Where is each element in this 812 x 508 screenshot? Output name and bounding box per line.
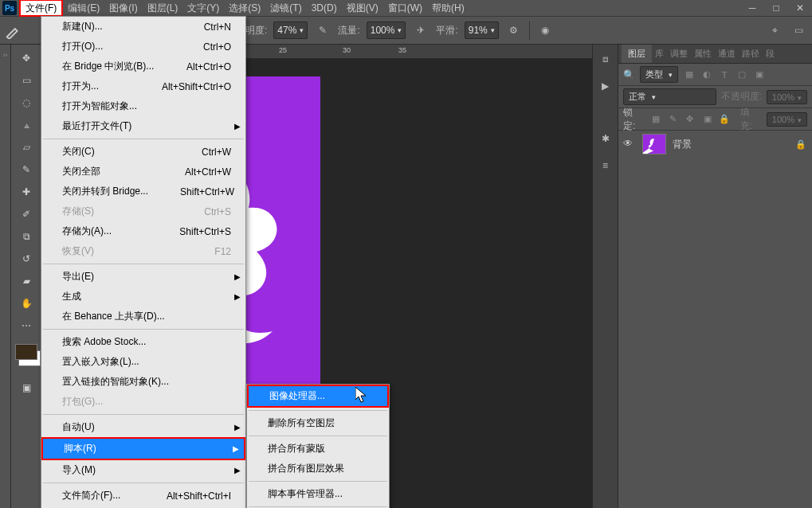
window-minimize[interactable]: ─: [740, 0, 764, 16]
menu-script-flatten-fx[interactable]: 拼合所有图层效果: [247, 459, 389, 479]
tab-adjustments[interactable]: 调整: [667, 45, 691, 63]
fill-field[interactable]: 100%▾: [767, 112, 807, 127]
foreground-color[interactable]: [15, 344, 37, 360]
layer-opacity-label: 不透明度:: [721, 90, 762, 104]
lock-all-icon[interactable]: 🔒: [718, 113, 731, 126]
filter-pixel-icon[interactable]: ▦: [683, 68, 696, 81]
tool-preset-icon[interactable]: [5, 21, 22, 39]
pressure-size-icon[interactable]: ◉: [536, 21, 554, 39]
symmetry-icon[interactable]: ⌖: [766, 21, 783, 39]
tab-actions[interactable]: 段: [763, 45, 778, 63]
swatch-icon[interactable]: ✱: [598, 131, 614, 147]
tab-paths[interactable]: 路径: [739, 45, 763, 63]
stamp-tool[interactable]: ⧉: [14, 226, 38, 247]
menu-file-open-smartobj[interactable]: 打开为智能对象...: [41, 96, 245, 116]
menu-file-browse[interactable]: 在 Bridge 中浏览(B)...Alt+Ctrl+O: [41, 57, 245, 76]
tab-properties[interactable]: 属性: [691, 45, 715, 63]
menu-script-event-manager[interactable]: 脚本事件管理器...: [247, 484, 389, 504]
menu-file-fileinfo[interactable]: 文件简介(F)...Alt+Shift+Ctrl+I: [41, 486, 245, 506]
app-logo: Ps: [2, 1, 17, 15]
frame-tool[interactable]: ▱: [14, 137, 38, 158]
quickmask-toggle[interactable]: ▣: [14, 377, 38, 398]
tab-channels[interactable]: 通道: [715, 45, 739, 63]
menu-file[interactable]: 文件(F): [21, 1, 61, 15]
lock-pixels-icon[interactable]: ▦: [649, 113, 662, 126]
hand-tool[interactable]: ✋: [14, 293, 38, 314]
window-maximize[interactable]: □: [764, 0, 788, 16]
menu-window[interactable]: 窗口(W): [383, 0, 427, 17]
tab-layers[interactable]: 图层: [622, 45, 652, 63]
collapse-strip[interactable]: ››: [0, 45, 11, 508]
menu-file-scripts[interactable]: 脚本(R)▶: [43, 439, 244, 459]
menu-file-recent[interactable]: 最近打开文件(T)▶: [41, 116, 245, 136]
menu-file-place-embed[interactable]: 置入嵌入对象(L)...: [41, 352, 245, 372]
lock-position-icon[interactable]: ✥: [684, 113, 696, 126]
menu-filter[interactable]: 滤镜(T): [265, 0, 306, 17]
gear-icon[interactable]: ⚙: [505, 21, 523, 39]
menu-layer[interactable]: 图层(L): [143, 0, 183, 17]
pressure-opacity-icon[interactable]: ✎: [314, 21, 331, 39]
filter-shape-icon[interactable]: ▢: [736, 68, 748, 81]
menu-script-image-processor[interactable]: 图像处理器...: [249, 386, 387, 406]
palette-icon[interactable]: ▭: [790, 21, 807, 39]
menu-select[interactable]: 选择(S): [224, 0, 265, 17]
filter-smart-icon[interactable]: ▣: [753, 68, 766, 81]
menu-scripts-submenu: 图像处理器... 删除所有空图层 拼合所有蒙版 拼合所有图层效果 脚本事件管理器…: [246, 384, 390, 508]
window-close[interactable]: ✕: [788, 0, 812, 16]
menu-file-automate[interactable]: 自动(U)▶: [41, 417, 245, 437]
menu-type[interactable]: 文字(Y): [182, 0, 224, 17]
heal-tool[interactable]: ✚: [14, 182, 38, 202]
adjust-icon[interactable]: ≡: [598, 158, 614, 174]
flow-label: 流量:: [338, 24, 359, 37]
history-icon[interactable]: ⧈: [598, 51, 614, 67]
filter-type-icon[interactable]: T: [718, 68, 731, 81]
brush-tool[interactable]: ✐: [14, 204, 38, 225]
lock-brush-icon[interactable]: ✎: [666, 113, 679, 126]
lock-artboard-icon[interactable]: ▣: [701, 113, 714, 126]
layer-thumbnail[interactable]: [642, 134, 666, 154]
menu-file-open[interactable]: 打开(O)...Ctrl+O: [41, 37, 245, 57]
visibility-icon[interactable]: 👁: [623, 138, 636, 150]
menu-file-place-link[interactable]: 置入链接的智能对象(K)...: [41, 372, 245, 392]
menu-3d[interactable]: 3D(D): [307, 1, 342, 15]
tab-libraries[interactable]: 库: [652, 45, 667, 63]
flow-field[interactable]: 100%▾: [367, 21, 406, 39]
layer-opacity-field[interactable]: 100%▾: [767, 90, 807, 104]
menu-file-close[interactable]: 关闭(C)Ctrl+W: [41, 142, 245, 162]
opacity-field[interactable]: 47%▾: [273, 21, 308, 39]
layer-filter-type[interactable]: 类型 ▾: [640, 66, 678, 83]
more-tools[interactable]: ⋯: [14, 315, 38, 336]
eraser-tool[interactable]: ▰: [14, 271, 38, 291]
menu-script-flatten-masks[interactable]: 拼合所有蒙版: [247, 439, 389, 459]
menu-file-import[interactable]: 导入(M)▶: [41, 460, 245, 480]
menu-script-delete-empty[interactable]: 删除所有空图层: [247, 413, 389, 433]
layer-name: 背景: [673, 138, 692, 151]
menu-file-save: 存储(S)Ctrl+S: [41, 201, 245, 221]
layer-row-background[interactable]: 👁 背景 🔒: [618, 131, 812, 158]
lasso-tool[interactable]: ◌: [14, 92, 38, 113]
play-icon[interactable]: ▶: [598, 78, 614, 94]
menu-file-stock[interactable]: 搜索 Adobe Stock...: [41, 332, 245, 352]
blend-mode-select[interactable]: 正常 ▾: [623, 88, 716, 105]
menu-image[interactable]: 图像(I): [104, 0, 142, 17]
menu-edit[interactable]: 编辑(E): [63, 0, 104, 17]
panels: 图层 库 调整 属性 通道 路径 段 🔍 类型 ▾ ▦ ◐ T ▢ ▣ 正常 ▾…: [618, 45, 812, 508]
marquee-tool[interactable]: ▭: [14, 70, 38, 91]
menu-file-new[interactable]: 新建(N)...Ctrl+N: [41, 17, 245, 37]
crop-tool[interactable]: ⟁: [14, 115, 38, 135]
menu-help[interactable]: 帮助(H): [427, 0, 469, 17]
menu-view[interactable]: 视图(V): [342, 0, 383, 17]
menu-file-close-bridge[interactable]: 关闭并转到 Bridge...Shift+Ctrl+W: [41, 182, 245, 201]
menu-file-generate[interactable]: 生成▶: [41, 287, 245, 307]
menu-file-openas[interactable]: 打开为...Alt+Shift+Ctrl+O: [41, 76, 245, 96]
filter-adjust-icon[interactable]: ◐: [700, 68, 713, 81]
menu-file-saveas[interactable]: 存储为(A)...Shift+Ctrl+S: [41, 221, 245, 241]
history-brush-tool[interactable]: ↺: [14, 248, 38, 269]
menu-file-export[interactable]: 导出(E)▶: [41, 267, 245, 287]
airbrush-icon[interactable]: ✈: [412, 21, 430, 39]
eyedropper-tool[interactable]: ✎: [14, 159, 38, 180]
menu-file-closeall[interactable]: 关闭全部Alt+Ctrl+W: [41, 162, 245, 182]
menu-file-behance[interactable]: 在 Behance 上共享(D)...: [41, 307, 245, 326]
smooth-field[interactable]: 91%▾: [465, 21, 499, 39]
move-tool[interactable]: ✥: [14, 48, 38, 68]
